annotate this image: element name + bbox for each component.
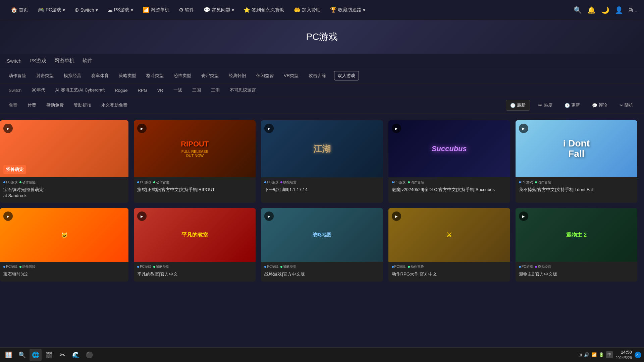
taskbar-search[interactable]: 🔍 (16, 349, 28, 361)
play-button-ifall[interactable]: ▶ (519, 124, 528, 133)
filter-sponsor-free[interactable]: 赞助免费 (44, 101, 66, 109)
chevron-down-icon: ▾ (63, 7, 65, 13)
taskbar-ime-icon[interactable]: 中 (606, 351, 613, 358)
filter-maze[interactable]: 不可思议迷宫 (228, 86, 258, 94)
play-button-r2-4[interactable]: ▶ (392, 212, 401, 221)
sub-nav-online[interactable]: 网游单机 (54, 58, 74, 64)
sort-newest[interactable]: 🕐 最新 (506, 100, 530, 111)
filter-ai[interactable]: AI 赛博工艺/AI.Cybercraft (53, 86, 107, 94)
game-info-r2-1: PC游戏 动作冒险 宝石镇时光2 (0, 262, 128, 281)
taskbar-edge[interactable]: 🌊 (70, 349, 82, 361)
switch-nav[interactable]: ⊕ Switch ▾ (70, 5, 102, 15)
filter-3kingdoms[interactable]: 三国 (190, 86, 203, 94)
sort-hot[interactable]: 👁 热度 (534, 100, 556, 110)
game-card-r2-3[interactable]: 战略地图 ▶ PC游戏 策略类型 战略游戏|官方中文版 (261, 208, 383, 281)
taskbar-notification-badge[interactable]: 21 (635, 352, 641, 358)
filter-zombie[interactable]: 丧尸类型 (199, 72, 221, 80)
taskbar-capcut[interactable]: ✂ (56, 349, 68, 361)
filter-casual[interactable]: 休闲益智 (254, 72, 276, 80)
play-button-1[interactable]: ▶ (3, 124, 13, 133)
chevron-down-icon: ▾ (96, 7, 98, 13)
game-card-1[interactable]: 怪兽萌宠 ▶ PC游戏 动作冒险 宝石镇时光|怪兽萌宠at Sandrock (0, 120, 128, 203)
filter-simulation[interactable]: 模拟经营 (62, 72, 83, 80)
ps-games-nav[interactable]: ☁ PS游戏 ▾ (103, 5, 138, 15)
game-thumb-r2-4: ⚔ ▶ (388, 208, 510, 262)
filter-switch-tag[interactable]: Switch (7, 87, 23, 94)
game-tags-classroom: PC游戏 策略类型 (137, 264, 252, 269)
game-card-r2-4[interactable]: ⚔ ▶ PC游戏 动作冒险 动作RPG大作|官方中文 (388, 208, 510, 281)
chevron-down-icon: ▾ (232, 7, 234, 13)
filter-action-adventure[interactable]: 动作冒险 (7, 72, 28, 80)
game-card-ifall[interactable]: i DontFall ▶ PC游戏 动作冒险 我不掉落|官方中文|支持手柄|I … (516, 120, 637, 203)
refresh-icon: 🕑 (565, 103, 570, 108)
filter-classic[interactable]: 经典怀旧 (227, 72, 248, 80)
sort-random[interactable]: ✂ 随机 (615, 100, 637, 110)
play-button-succubus[interactable]: ▶ (392, 124, 401, 133)
play-button-merchant[interactable]: ▶ (519, 212, 528, 221)
game-tags-1: PC游戏 动作冒险 (3, 180, 125, 185)
signin-nav[interactable]: ⭐ 签到领永久赞助 (239, 5, 288, 15)
collection-nav[interactable]: 🏆 收藏防迷路 ▾ (326, 5, 369, 15)
taskbar-start[interactable]: 🪟 (3, 349, 15, 361)
game-card-classroom[interactable]: 平凡的教室 ▶ PC游戏 策略类型 平凡的教室|官方中文 (134, 208, 256, 281)
taskbar-obs[interactable]: ⚫ (83, 349, 95, 361)
taskbar-video-editor[interactable]: 🎬 (43, 349, 55, 361)
filter-racing[interactable]: 赛车体育 (89, 72, 111, 80)
header-right: 🔍 🔔 🌙 👤 新... (574, 6, 637, 14)
filter-shooter[interactable]: 射击类型 (34, 72, 56, 80)
play-button-classroom[interactable]: ▶ (137, 212, 147, 221)
game-card-succubus[interactable]: Succubus ▶ PC游戏 动作冒险 魅魔|v20240529|全DLC|官… (388, 120, 510, 203)
filter-strategy[interactable]: 策略类型 (117, 72, 138, 80)
taskbar-clock[interactable]: 14:50 2024/5/29 (615, 350, 632, 360)
play-button-r2-1[interactable]: ▶ (3, 212, 13, 221)
game-card-ripout[interactable]: RIPOUT FULL RELEASEOUT NOW ▶ PC游戏 动作冒险 撕… (134, 120, 256, 203)
taskbar-speaker-icon[interactable]: 🔊 (584, 352, 589, 357)
bell-icon[interactable]: 🔔 (587, 6, 596, 14)
chevron-down-icon: ▾ (131, 7, 133, 13)
join-sponsor-nav[interactable]: 🤲 加入赞助 (290, 5, 325, 15)
avatar-icon[interactable]: 👤 (615, 6, 623, 14)
search-icon[interactable]: 🔍 (574, 6, 582, 14)
filter-free[interactable]: 免费 (7, 101, 19, 109)
filter-vr2[interactable]: VR (155, 87, 165, 94)
theme-icon[interactable]: 🌙 (601, 6, 609, 14)
pc-games-nav[interactable]: 🎮 PC游戏 ▾ (34, 5, 69, 15)
game-title-succubus: 魅魔|v20240529|全DLC|官方中文|支持手柄|Succubus (392, 187, 507, 193)
filter-rpg[interactable]: RPG (136, 87, 149, 94)
filter-permanent-free[interactable]: 永久赞助免费 (99, 101, 129, 109)
game-card-merchant[interactable]: 迎物主 2 ▶ PC游戏 模拟经营 迎物主2|官方中文版 (516, 208, 637, 281)
play-button-jianghu[interactable]: ▶ (264, 124, 274, 133)
filter-paid[interactable]: 付费 (25, 101, 38, 109)
play-button-r2-3[interactable]: ▶ (264, 212, 274, 221)
taskbar: 🪟 🔍 🌐 🎬 ✂ 🌊 ⚫ ⊞ 🔊 📶 🔋 中 14:50 2024/5/29 … (0, 347, 644, 362)
star-icon: ⭐ (244, 7, 250, 13)
online-single-nav[interactable]: 📶 网游单机 (139, 5, 173, 15)
play-button-ripout[interactable]: ▶ (137, 124, 147, 133)
filter-horror[interactable]: 恐怖类型 (172, 72, 193, 80)
filter-90s[interactable]: 90年代 (30, 86, 47, 94)
filter-wwi[interactable]: 一战 (171, 86, 184, 94)
filter-vr[interactable]: VR类型 (282, 72, 301, 80)
filter-sponsor-discount[interactable]: 赞助折扣 (72, 101, 93, 109)
sub-nav-ps[interactable]: PS游戏 (30, 58, 46, 64)
game-tags-succubus: PC游戏 动作冒险 (392, 180, 507, 185)
taskbar-browser[interactable]: 🌐 (30, 349, 42, 361)
filter-rogue[interactable]: Rogue (113, 87, 129, 94)
game-title-ifall: 我不掉落|官方中文|支持手柄|I dont Fall (519, 187, 634, 193)
sub-nav-switch[interactable]: Switch (7, 58, 21, 64)
filter-coop[interactable]: 双人游戏 (334, 71, 359, 80)
tag-pc-ripout: PC游戏 (137, 180, 151, 185)
sub-nav-software[interactable]: 软件 (83, 58, 93, 64)
taskbar-network-icon[interactable]: 📶 (591, 352, 597, 357)
sort-update[interactable]: 🕑 更新 (560, 100, 584, 110)
software-nav[interactable]: ⚙ 软件 (175, 5, 198, 15)
game-card-jianghu[interactable]: 江湖 ▶ PC游戏 模拟经营 下一站江湖Ⅱ|1.1.17.14 (261, 120, 383, 203)
sort-comments[interactable]: 💬 评论 (588, 100, 611, 110)
faq-nav[interactable]: 💬 常见问题 ▾ (200, 5, 238, 15)
username: 新... (629, 7, 637, 13)
home-nav[interactable]: 🏠 首页 (7, 5, 32, 15)
filter-fighting[interactable]: 格斗类型 (144, 72, 166, 80)
filter-match3[interactable]: 三消 (209, 86, 222, 94)
game-card-r2-1[interactable]: 🐱 ▶ PC游戏 动作冒险 宝石镇时光2 (0, 208, 128, 281)
filter-training[interactable]: 攻击训练 (307, 72, 328, 80)
